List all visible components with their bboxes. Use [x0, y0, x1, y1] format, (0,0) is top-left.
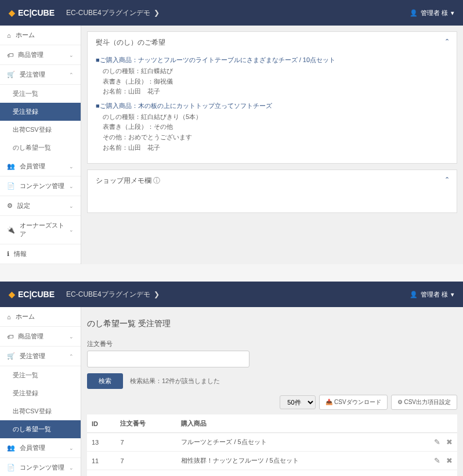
delete-icon[interactable]: ✖: [446, 438, 453, 446]
home-icon: ⌂: [7, 32, 11, 39]
delete-icon[interactable]: ✖: [446, 456, 453, 465]
csv-settings-button[interactable]: ⚙ CSV出力項目設定: [391, 395, 457, 410]
nav-settings[interactable]: ⚙設定⌄: [0, 196, 81, 216]
main-content: 熨斗（のし）のご希望 ⌃ ■ご購入商品：ナッツとフルーツのライトテーブルにさまざ…: [81, 26, 463, 264]
cell-id: 12: [87, 470, 115, 477]
cell-product: フルーツとチーズ / 5点セット: [176, 433, 398, 452]
nav-home[interactable]: ⌂ホーム: [0, 307, 81, 327]
chevron-down-icon: ⌄: [69, 164, 74, 170]
collapse-icon[interactable]: ⌃: [444, 176, 450, 183]
doc-icon: 📄: [7, 464, 15, 471]
nav-ship-csv[interactable]: 出荷CSV登録: [0, 121, 81, 139]
col-order-no: 注文番号: [115, 414, 176, 433]
nav-products[interactable]: 🏷商品管理⌄: [0, 45, 81, 65]
doc-icon: 📄: [7, 182, 15, 190]
nav-ship-csv[interactable]: 出荷CSV登録: [0, 402, 81, 420]
tag-icon: 🏷: [7, 52, 13, 59]
collapse-icon[interactable]: ⌃: [444, 38, 450, 45]
cell-order-no: 7: [115, 433, 176, 452]
user-menu[interactable]: 👤管理者 様 ▾: [410, 290, 454, 299]
search-button[interactable]: 検索: [87, 373, 123, 389]
cell-order-no: 7: [115, 452, 176, 470]
sidebar: ⌂ホーム 🏷商品管理⌄ 🛒受注管理⌃ 受注一覧 受注登録 出荷CSV登録 のし希…: [0, 307, 81, 476]
noshi-type: のしの種類：紅白蝶結び: [103, 66, 448, 77]
page-title: のし希望一覧 受注管理: [87, 313, 457, 335]
noshi-other: その他：おめでとうございます: [103, 132, 448, 143]
per-page-select[interactable]: 50件: [280, 395, 316, 409]
nav-order-list[interactable]: 受注一覧: [0, 85, 81, 103]
edit-icon[interactable]: ✎: [434, 456, 440, 465]
brand-text: EC|CUBE: [18, 290, 55, 299]
table-row: 117相性抜群！ナッツとフルーツ / 5点セット✎✖: [87, 452, 457, 470]
nav-order-reg[interactable]: 受注登録: [0, 384, 81, 402]
noshi-card: 熨斗（のし）のご希望 ⌃ ■ご購入商品：ナッツとフルーツのライトテーブルにさまざ…: [87, 31, 457, 164]
plug-icon: 🔌: [7, 226, 15, 234]
nav-products[interactable]: 🏷商品管理⌄: [0, 327, 81, 347]
nav-order-list[interactable]: 受注一覧: [0, 366, 81, 384]
nav-members[interactable]: 👥会員管理⌄: [0, 438, 81, 458]
nav-members[interactable]: 👥会員管理⌄: [0, 157, 81, 176]
cell-id: 11: [87, 452, 115, 470]
table-row: 137フルーツとチーズ / 5点セット✎✖: [87, 433, 457, 452]
nav-orders[interactable]: 🛒受注管理⌃: [0, 65, 81, 85]
home-icon: ⌂: [7, 313, 11, 320]
nav-home[interactable]: ⌂ホーム: [0, 26, 81, 45]
chevron-down-icon: ⌄: [69, 52, 74, 58]
cell-id: 13: [87, 433, 115, 452]
cell-product: 相性抜群！ナッツとフルーツ / 5点セット: [176, 452, 398, 470]
breadcrumb[interactable]: EC-CUBE4プラグインデモ ❯: [66, 8, 160, 18]
noshi-title: 熨斗（のし）のご希望: [96, 38, 448, 51]
help-icon[interactable]: ⓘ: [153, 176, 160, 185]
header: ◆EC|CUBE EC-CUBE4プラグインデモ ❯ 👤管理者 様 ▾: [0, 0, 463, 26]
edit-icon[interactable]: ✎: [434, 438, 440, 446]
noshi-table: ID 注文番号 購入商品 137フルーツとチーズ / 5点セット✎✖117相性抜…: [87, 414, 457, 476]
nav-orders[interactable]: 🛒受注管理⌃: [0, 347, 81, 366]
memo-title: ショップ用メモ欄 ⓘ: [96, 176, 448, 189]
breadcrumb[interactable]: EC-CUBE4プラグインデモ ❯: [66, 290, 160, 300]
cube-icon: ◆: [9, 8, 15, 17]
csv-download-button[interactable]: 📥 CSVダウンロード: [319, 395, 387, 410]
cell-order-no: 7: [115, 470, 176, 477]
col-product: 購入商品: [176, 414, 398, 433]
logo: ◆EC|CUBE: [9, 290, 55, 299]
header: ◆EC|CUBE EC-CUBE4プラグインデモ ❯ 👤管理者 様 ▾: [0, 282, 463, 307]
chevron-down-icon: ⌄: [69, 203, 74, 209]
search-result-text: 検索結果：12件が該当しました: [130, 377, 220, 385]
nav-order-reg[interactable]: 受注登録: [0, 103, 81, 121]
nav-contents[interactable]: 📄コンテンツ管理⌄: [0, 176, 81, 196]
nav-noshi-list[interactable]: のし希望一覧: [0, 420, 81, 438]
noshi-block-2: ■ご購入商品：木の板の上にカットトップ立ってソフトチーズ のしの種類：紅白結びき…: [96, 102, 448, 153]
chevron-up-icon: ⌃: [69, 354, 74, 359]
user-menu[interactable]: 👤管理者 様 ▾: [410, 9, 454, 17]
gear-icon: ⚙: [7, 202, 13, 210]
avatar-icon: 👤: [410, 9, 418, 17]
memo-card: ショップ用メモ欄 ⓘ ⌃: [87, 170, 457, 213]
order-number-input[interactable]: [87, 351, 249, 367]
sidebar: ⌂ホーム 🏷商品管理⌄ 🛒受注管理⌃ 受注一覧 受注登録 出荷CSV登録 のし希…: [0, 26, 81, 264]
cart-icon: 🛒: [7, 71, 15, 78]
search-box: 注文番号: [87, 340, 457, 367]
nav-contents[interactable]: 📄コンテンツ管理⌄: [0, 458, 81, 476]
cell-product: おいしいナッツとフルーツ / 10点セット: [176, 470, 398, 477]
product-title: ■ご購入商品：ナッツとフルーツのライトテーブルにさまざまなチーズ / 10点セッ…: [96, 56, 448, 64]
noshi-name: お名前：山田 花子: [103, 86, 448, 97]
noshi-block-1: ■ご購入商品：ナッツとフルーツのライトテーブルにさまざまなチーズ / 10点セッ…: [96, 56, 448, 97]
avatar-icon: 👤: [410, 291, 418, 298]
chevron-down-icon: ⌄: [69, 445, 74, 451]
search-label: 注文番号: [87, 340, 457, 348]
chevron-up-icon: ⌃: [69, 72, 74, 78]
nav-info[interactable]: ℹ情報: [0, 244, 81, 264]
main-content: のし希望一覧 受注管理 注文番号 検索 検索結果：12件が該当しました 50件 …: [81, 307, 463, 476]
logo: ◆EC|CUBE: [9, 8, 55, 17]
table-row: 127おいしいナッツとフルーツ / 10点セット✎✖: [87, 470, 457, 477]
chevron-down-icon: ⌄: [69, 465, 74, 471]
nav-noshi-list[interactable]: のし希望一覧: [0, 139, 81, 157]
noshi-name: お名前：山田 花子: [103, 143, 448, 153]
noshi-type: のしの種類：紅白結びきり（5本）: [103, 112, 448, 122]
brand-text: EC|CUBE: [18, 8, 55, 17]
chevron-down-icon: ⌄: [69, 227, 74, 233]
noshi-heading: 表書き（上段）：その他: [103, 122, 448, 132]
nav-owners[interactable]: 🔌オーナーズストア⌄: [0, 216, 81, 244]
product-title: ■ご購入商品：木の板の上にカットトップ立ってソフトチーズ: [96, 102, 448, 110]
chevron-down-icon: ⌄: [69, 183, 74, 189]
